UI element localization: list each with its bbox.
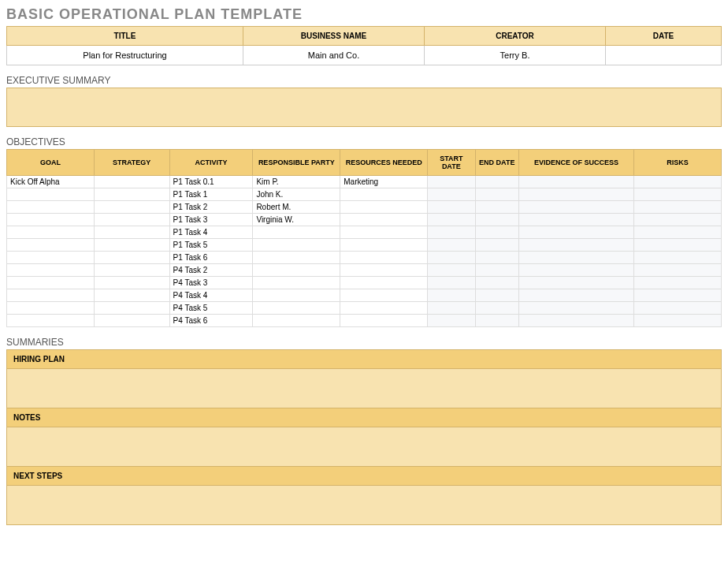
cell-responsible[interactable] [253, 302, 340, 315]
cell-strategy[interactable] [94, 252, 169, 264]
cell-start[interactable] [428, 201, 475, 214]
cell-risks[interactable] [634, 277, 722, 289]
cell-risks[interactable] [634, 239, 722, 252]
cell-goal[interactable] [7, 252, 95, 264]
header-value-title[interactable]: Plan for Restructuring [7, 46, 243, 65]
cell-responsible[interactable]: Kim P. [253, 176, 340, 188]
cell-resources[interactable] [340, 214, 428, 226]
cell-strategy[interactable] [94, 277, 169, 289]
cell-evidence[interactable] [518, 201, 633, 214]
cell-evidence[interactable] [518, 252, 633, 264]
cell-activity[interactable]: P1 Task 1 [169, 188, 253, 201]
cell-end[interactable] [475, 226, 518, 239]
cell-evidence[interactable] [518, 176, 633, 188]
cell-risks[interactable] [634, 226, 722, 239]
cell-resources[interactable] [340, 302, 428, 315]
cell-goal[interactable] [7, 289, 95, 302]
cell-resources[interactable] [340, 252, 428, 264]
cell-start[interactable] [428, 315, 475, 327]
cell-risks[interactable] [634, 214, 722, 226]
cell-end[interactable] [475, 214, 518, 226]
cell-start[interactable] [428, 289, 475, 302]
cell-goal[interactable] [7, 315, 95, 327]
cell-resources[interactable] [340, 188, 428, 201]
cell-strategy[interactable] [94, 302, 169, 315]
cell-activity[interactable]: P4 Task 4 [169, 289, 253, 302]
cell-goal[interactable] [7, 226, 95, 239]
cell-goal[interactable] [7, 302, 95, 315]
cell-responsible[interactable] [253, 252, 340, 264]
cell-risks[interactable] [634, 264, 722, 277]
cell-strategy[interactable] [94, 289, 169, 302]
cell-end[interactable] [475, 264, 518, 277]
cell-responsible[interactable] [253, 277, 340, 289]
cell-resources[interactable]: Marketing [340, 176, 428, 188]
cell-risks[interactable] [634, 289, 722, 302]
cell-end[interactable] [475, 315, 518, 327]
cell-activity[interactable]: P4 Task 6 [169, 315, 253, 327]
cell-goal[interactable] [7, 201, 95, 214]
cell-activity[interactable]: P1 Task 0.1 [169, 176, 253, 188]
cell-activity[interactable]: P1 Task 3 [169, 214, 253, 226]
header-value-business[interactable]: Main and Co. [243, 46, 425, 65]
cell-resources[interactable] [340, 239, 428, 252]
cell-evidence[interactable] [518, 289, 633, 302]
cell-start[interactable] [428, 176, 475, 188]
cell-evidence[interactable] [518, 214, 633, 226]
cell-end[interactable] [475, 277, 518, 289]
cell-resources[interactable] [340, 201, 428, 214]
cell-start[interactable] [428, 277, 475, 289]
cell-evidence[interactable] [518, 264, 633, 277]
summary-content[interactable] [6, 486, 722, 525]
cell-resources[interactable] [340, 277, 428, 289]
cell-risks[interactable] [634, 315, 722, 327]
cell-activity[interactable]: P1 Task 5 [169, 239, 253, 252]
cell-strategy[interactable] [94, 315, 169, 327]
cell-evidence[interactable] [518, 315, 633, 327]
cell-responsible[interactable]: Robert M. [253, 201, 340, 214]
cell-responsible[interactable] [253, 264, 340, 277]
cell-end[interactable] [475, 201, 518, 214]
cell-strategy[interactable] [94, 226, 169, 239]
cell-resources[interactable] [340, 264, 428, 277]
cell-responsible[interactable]: Virginia W. [253, 214, 340, 226]
cell-resources[interactable] [340, 315, 428, 327]
cell-activity[interactable]: P1 Task 2 [169, 201, 253, 214]
cell-activity[interactable]: P4 Task 5 [169, 302, 253, 315]
cell-strategy[interactable] [94, 176, 169, 188]
cell-goal[interactable] [7, 277, 95, 289]
cell-responsible[interactable] [253, 315, 340, 327]
cell-evidence[interactable] [518, 226, 633, 239]
cell-activity[interactable]: P4 Task 3 [169, 277, 253, 289]
cell-goal[interactable] [7, 214, 95, 226]
cell-activity[interactable]: P1 Task 4 [169, 226, 253, 239]
cell-start[interactable] [428, 226, 475, 239]
cell-start[interactable] [428, 214, 475, 226]
cell-strategy[interactable] [94, 214, 169, 226]
cell-start[interactable] [428, 264, 475, 277]
cell-strategy[interactable] [94, 239, 169, 252]
cell-start[interactable] [428, 252, 475, 264]
cell-risks[interactable] [634, 302, 722, 315]
cell-goal[interactable] [7, 264, 95, 277]
cell-risks[interactable] [634, 188, 722, 201]
cell-start[interactable] [428, 302, 475, 315]
cell-strategy[interactable] [94, 188, 169, 201]
cell-start[interactable] [428, 188, 475, 201]
cell-risks[interactable] [634, 201, 722, 214]
cell-responsible[interactable]: John K. [253, 188, 340, 201]
cell-end[interactable] [475, 302, 518, 315]
cell-responsible[interactable] [253, 239, 340, 252]
cell-activity[interactable]: P1 Task 6 [169, 252, 253, 264]
cell-end[interactable] [475, 239, 518, 252]
cell-end[interactable] [475, 188, 518, 201]
header-value-date[interactable] [606, 46, 722, 65]
summary-content[interactable] [6, 427, 722, 467]
cell-strategy[interactable] [94, 264, 169, 277]
cell-resources[interactable] [340, 226, 428, 239]
cell-goal[interactable] [7, 239, 95, 252]
summary-content[interactable] [6, 369, 722, 408]
cell-responsible[interactable] [253, 289, 340, 302]
cell-evidence[interactable] [518, 239, 633, 252]
cell-end[interactable] [475, 176, 518, 188]
